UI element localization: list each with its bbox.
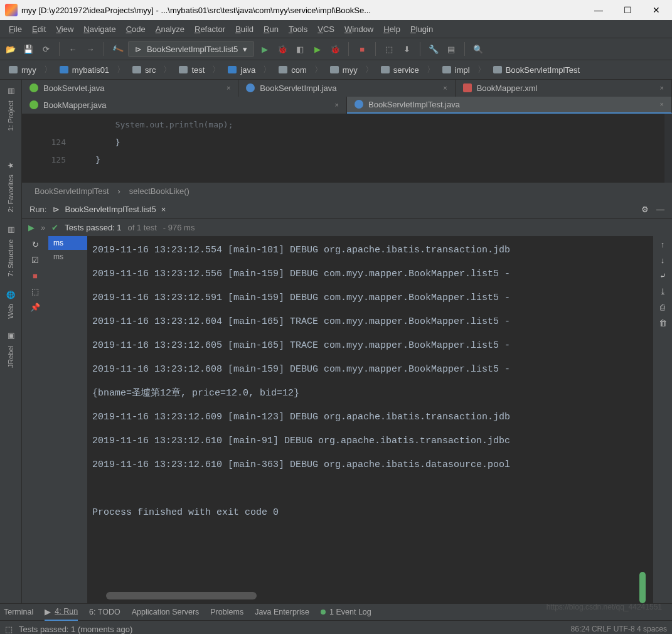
editor-tab[interactable]: BookMapper.java× [22,97,347,114]
refresh-icon[interactable]: ⟳ [39,42,53,56]
structure-icon[interactable]: ▤ [444,42,458,56]
close-tab-icon[interactable]: × [660,84,664,92]
up-icon[interactable]: ↑ [661,240,665,249]
close-tab-icon[interactable]: × [335,101,339,109]
breadcrumb-item[interactable]: myy [325,62,363,77]
breadcrumb-item[interactable]: mybatis01 [55,62,114,77]
vertical-scrollbar[interactable] [639,572,646,603]
expand-icon[interactable]: » [41,223,45,232]
chevron-right-icon: › [118,186,120,196]
close-tab-icon[interactable]: × [227,84,230,92]
breadcrumb-class[interactable]: BookServletImplTest [35,186,109,196]
editor-tab[interactable]: BookMapper.xml× [456,80,672,97]
breadcrumb-item[interactable]: com [274,62,312,77]
sidebar-tab-jrebel[interactable]: JRebel ▣ [6,327,15,373]
maximize-button[interactable]: ☐ [613,0,642,20]
breadcrumb-item[interactable]: BookServletImplTest [488,62,585,77]
menu-item-edit[interactable]: Edit [32,24,46,34]
sidebar-tab-web[interactable]: Web 🌐 [6,286,15,324]
settings-icon[interactable]: 🔧 [427,42,440,56]
run-config-selector[interactable]: ⊳ BookServletImplTest.list5 ▾ [128,41,254,57]
minimize-button[interactable]: — [584,0,613,20]
menu-item-refactor[interactable]: Refactor [195,24,225,34]
menu-item-help[interactable]: Help [383,24,400,34]
jrebel-run-icon[interactable]: ▶ [311,42,324,56]
status-icon[interactable]: ⬚ [5,625,13,634]
breadcrumb-item[interactable]: test [174,62,210,77]
sidebar-tab-structure[interactable]: 7: Structure ▤ [6,221,15,282]
debug-button[interactable]: 🐞 [275,42,289,56]
menu-item-file[interactable]: File [9,24,22,34]
collapse-icon[interactable]: — [656,205,664,214]
gear-icon[interactable]: ⚙ [641,205,649,214]
bottom-tab-4-run[interactable]: ▶4: Run [45,603,78,621]
bottom-tab-java-enterprise[interactable]: Java Enterprise [255,608,309,616]
console-line: {bname=圣墟第12章, price=12.0, bid=12} [92,382,653,406]
breadcrumb-item[interactable]: java [223,62,260,77]
wrap-icon[interactable]: ⤶ [659,271,666,281]
down-icon[interactable]: ↓ [661,255,665,265]
editor-tab[interactable]: BookServletImpl.java× [238,80,455,97]
pin-icon[interactable]: 📌 [30,303,40,312]
menu-item-navigate[interactable]: Navigate [83,24,115,34]
folder-icon [179,66,188,73]
back-icon[interactable]: ← [66,42,80,56]
breadcrumb-item[interactable]: service [376,62,424,77]
editor-tab[interactable]: BookServlet.java× [22,80,238,97]
close-tab-icon[interactable]: × [660,100,664,108]
run-button[interactable]: ▶ [258,42,272,56]
bottom-tab-event-log[interactable]: 1 Event Log [321,608,371,616]
bottom-tab-terminal[interactable]: Terminal [4,608,33,616]
editor-area[interactable]: 124 125 System.out.println(map); } } [22,114,672,183]
menu-item-build[interactable]: Build [235,24,253,34]
forward-icon[interactable]: → [83,42,97,56]
breadcrumb-item[interactable]: src [127,62,161,77]
menu-item-analyze[interactable]: Analyze [156,24,184,34]
console-output[interactable]: 2019-11-16 13:23:12.554 [main-101] DEBUG… [87,236,653,603]
run-tab-close[interactable]: × [161,205,166,214]
menu-item-vcs[interactable]: VCS [317,24,334,34]
menu-item-code[interactable]: Code [126,24,146,34]
scroll-end-icon[interactable]: ⤓ [659,287,666,296]
close-button[interactable]: ✕ [642,0,671,20]
code-area[interactable]: System.out.println(map); } } [76,114,664,183]
jrebel-debug-icon[interactable]: 🐞 [328,42,342,56]
status-details[interactable]: 86:24 CRLF UTF-8 4 spaces [571,625,667,633]
horizontal-scrollbar[interactable] [106,592,257,599]
breadcrumb-item[interactable]: myy [4,62,41,77]
open-icon[interactable]: 📂 [4,42,18,56]
rerun-icon[interactable]: ▶ [28,223,35,232]
test-tree-item[interactable]: ms [48,236,87,250]
stop-icon[interactable]: ■ [33,271,38,281]
minimap[interactable] [664,114,672,183]
attach-icon[interactable]: ⬇ [400,42,413,56]
save-icon[interactable]: 💾 [21,42,35,56]
menu-item-plugin[interactable]: Plugin [410,24,433,34]
menu-item-view[interactable]: View [56,24,73,34]
close-tab-icon[interactable]: × [443,84,447,92]
build-icon[interactable]: 🔨 [108,40,126,58]
test-tree[interactable]: ms ms [48,236,87,603]
search-icon[interactable]: 🔍 [471,42,485,56]
breadcrumb-method[interactable]: selectBookLike() [129,186,189,196]
dump-icon[interactable]: ⬚ [31,287,39,296]
run-tab[interactable]: ⊳ BookServletImplTest.list5 × [53,205,166,214]
bottom-tab-6-todo[interactable]: 6: TODO [89,608,120,616]
menu-item-tools[interactable]: Tools [289,24,307,34]
profiler-icon[interactable]: ⬚ [382,42,396,56]
editor-tab[interactable]: BookServletImplTest.java× [347,97,672,114]
sidebar-tab-favorites[interactable]: 2: Favorites ★ [6,156,15,217]
stop-icon[interactable]: ■ [355,42,369,56]
coverage-icon[interactable]: ◧ [293,42,307,56]
clear-icon[interactable]: 🗑 [659,318,667,328]
menu-item-window[interactable]: Window [344,24,373,34]
test-tree-item[interactable]: ms [48,250,87,264]
sidebar-tab-project[interactable]: 1: Project ▤ [6,82,15,136]
breadcrumb-item[interactable]: impl [437,62,475,77]
history-icon[interactable]: ↻ [32,240,39,249]
show-passed-icon[interactable]: ☑ [31,255,39,265]
print-icon[interactable]: ⎙ [660,303,665,312]
bottom-tab-application-servers[interactable]: Application Servers [132,608,200,616]
menu-item-run[interactable]: Run [264,24,279,34]
bottom-tab-problems[interactable]: Problems [210,608,243,616]
